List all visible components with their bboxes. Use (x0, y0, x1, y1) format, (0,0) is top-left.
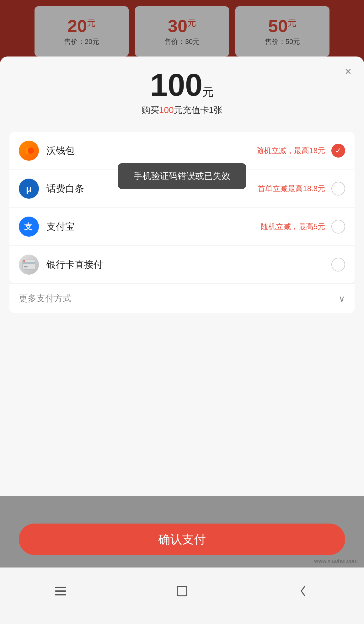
bank-radio[interactable] (331, 258, 345, 272)
wo-wallet-radio[interactable]: ✓ (331, 144, 345, 158)
close-button[interactable]: × (345, 66, 351, 77)
payment-item-bank[interactable]: 银行卡直接付 (9, 246, 355, 283)
wo-wallet-label: 沃钱包 (46, 144, 256, 157)
nav-home-icon[interactable] (169, 582, 195, 600)
bank-icon (19, 255, 39, 275)
bank-label: 银行卡直接付 (46, 258, 331, 271)
modal-amount-value: 100 (150, 67, 203, 102)
chevron-down-icon: ∨ (339, 293, 345, 304)
ubill-discount: 首单立减最高18.8元 (258, 184, 325, 194)
ubill-icon: μ (19, 179, 39, 199)
payment-item-alipay[interactable]: 支 支付宝 随机立减，最高5元 (9, 208, 355, 246)
nav-back-icon[interactable] (291, 582, 316, 600)
toast-message: 手机验证码错误或已失效 (118, 163, 246, 189)
watermark: www.xiaohei.com (314, 558, 358, 564)
svg-rect-7 (55, 587, 66, 588)
svg-rect-10 (177, 586, 187, 596)
confirm-payment-button[interactable]: 确认支付 (19, 524, 345, 555)
more-payment-label: 更多支付方式 (19, 293, 72, 304)
alipay-icon: 支 (19, 217, 39, 237)
payment-modal: × 100元 购买100元充值卡1张 沃钱包 随机立减，最高18元 ✓ μ 话费… (0, 56, 364, 496)
modal-description: 购买100元充值卡1张 (13, 104, 351, 116)
wo-wallet-discount: 随机立减，最高18元 (256, 146, 325, 156)
svg-point-1 (28, 148, 34, 154)
svg-rect-9 (55, 594, 66, 595)
svg-rect-8 (55, 590, 66, 592)
alipay-radio[interactable] (331, 220, 345, 234)
modal-amount-unit: 元 (202, 85, 214, 98)
ubill-radio[interactable] (331, 182, 345, 196)
confirm-payment-label: 确认支付 (158, 531, 206, 547)
modal-amount-display: 100元 (13, 69, 351, 100)
svg-rect-4 (23, 262, 35, 264)
payment-options-list: 沃钱包 随机立减，最高18元 ✓ μ 话费白条 首单立减最高18.8元 支 支付… (9, 132, 355, 283)
wo-wallet-icon (19, 141, 39, 161)
nav-menu-icon[interactable] (48, 582, 73, 600)
alipay-discount: 随机立减，最高5元 (261, 222, 325, 232)
more-payment-section[interactable]: 更多支付方式 ∨ (9, 283, 355, 313)
svg-text:支: 支 (24, 222, 33, 231)
svg-rect-6 (23, 260, 25, 262)
svg-rect-5 (24, 266, 28, 267)
modal-header: × 100元 购买100元充值卡1张 (0, 56, 364, 122)
alipay-label: 支付宝 (46, 220, 261, 233)
nav-bar (0, 568, 364, 624)
